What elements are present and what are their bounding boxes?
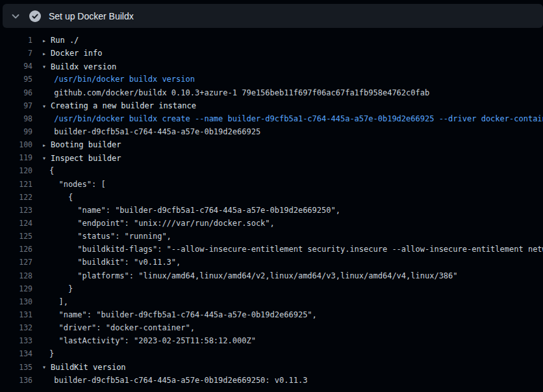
line-number[interactable]: 125 (0, 232, 32, 241)
log-line-content: builder-d9cfb5a1-c764-445a-a57e-0b19d2e6… (42, 127, 260, 136)
group-title: Inspect builder (51, 154, 121, 163)
output-text: } (42, 284, 73, 293)
log-line-content: github.com/docker/buildx 0.10.3+azure-1 … (42, 88, 429, 97)
line-number[interactable]: 96 (0, 88, 32, 97)
log-line-content: "platforms": "linux/amd64,linux/amd64/v2… (42, 271, 458, 280)
log-line-content: ▾Inspect builder (42, 153, 121, 163)
log-line: 127 "buildkit": "v0.11.3", (0, 256, 543, 269)
output-text: } (42, 349, 54, 358)
line-number[interactable]: 133 (0, 336, 32, 345)
log-line: 126 "buildkitd-flags": "--allow-insecure… (0, 243, 543, 256)
group-expanded-icon[interactable]: ▾ (42, 363, 51, 371)
group-title: Run ./ (51, 36, 79, 45)
output-text: "status": "running", (42, 232, 171, 241)
line-number[interactable]: 97 (0, 101, 32, 110)
group-expanded-icon[interactable]: ▾ (42, 63, 51, 70)
output-text: "lastActivity": "2023-02-25T11:58:12.000… (42, 336, 256, 345)
log-container: 1▸Run ./7▸Docker info94▾Buildx version95… (0, 28, 543, 387)
line-number[interactable]: 99 (0, 127, 32, 136)
output-text: github.com/docker/buildx 0.10.3+azure-1 … (42, 88, 429, 97)
log-line: 120{ (0, 164, 543, 177)
log-group-header[interactable]: ▸Booting builder (42, 140, 121, 149)
line-number[interactable]: 129 (0, 284, 32, 293)
log-line-content: ▾Creating a new builder instance (42, 101, 196, 111)
log-line: 7▸Docker info (0, 47, 543, 60)
log-line-content: { (42, 193, 73, 202)
output-text: "buildkit": "v0.11.3", (42, 258, 181, 267)
log-line: 98 /usr/bin/docker buildx create --name … (0, 112, 543, 125)
line-number[interactable]: 122 (0, 193, 32, 202)
output-text: { (42, 193, 73, 202)
log-line-content: ▸Docker info (42, 49, 102, 58)
log-line-content: "buildkit": "v0.11.3", (42, 258, 181, 267)
group-collapsed-icon[interactable]: ▸ (42, 50, 51, 57)
log-line-content: ▾Buildx version (42, 62, 116, 71)
line-number[interactable]: 119 (0, 153, 32, 162)
log-line-content: } (42, 349, 54, 358)
line-number[interactable]: 136 (0, 376, 32, 385)
output-text: "name": "builder-d9cfb5a1-c764-445a-a57e… (42, 310, 317, 319)
line-number[interactable]: 121 (0, 180, 32, 189)
log-line: 94▾Buildx version (0, 60, 543, 73)
line-number[interactable]: 94 (0, 62, 32, 71)
group-collapsed-icon[interactable]: ▸ (42, 141, 51, 149)
group-title: Booting builder (51, 140, 121, 149)
log-line-content: "endpoint": "unix:///var/run/docker.sock… (42, 219, 275, 228)
log-line: 135▾BuildKit version (0, 361, 543, 374)
group-collapsed-icon[interactable]: ▸ (42, 37, 51, 44)
log-group-header[interactable]: ▾Inspect builder (42, 154, 121, 163)
line-number[interactable]: 127 (0, 258, 32, 267)
log-line: 122 { (0, 191, 543, 204)
line-number[interactable]: 126 (0, 245, 32, 254)
log-line: 99 builder-d9cfb5a1-c764-445a-a57e-0b19d… (0, 125, 543, 138)
log-line: 95 /usr/bin/docker buildx version (0, 73, 543, 86)
output-text: builder-d9cfb5a1-c764-445a-a57e-0b19d2e6… (42, 127, 260, 136)
command-text: /usr/bin/docker buildx create --name bui… (42, 114, 543, 123)
log-group-header[interactable]: ▾BuildKit version (42, 363, 126, 372)
line-number[interactable]: 135 (0, 363, 32, 372)
log-group-header[interactable]: ▸Run ./ (42, 36, 79, 45)
line-number[interactable]: 95 (0, 75, 32, 84)
log-line-content: "nodes": [ (42, 180, 106, 189)
group-title: BuildKit version (51, 363, 126, 372)
log-line-content: /usr/bin/docker buildx create --name bui… (42, 114, 543, 123)
group-expanded-icon[interactable]: ▾ (42, 154, 51, 162)
log-line-content: } (42, 284, 73, 293)
log-group-header[interactable]: ▾Creating a new builder instance (42, 101, 196, 110)
log-line-content: ▸Run ./ (42, 36, 79, 45)
log-line-content: ▸Booting builder (42, 140, 121, 150)
check-circle-icon (29, 10, 41, 22)
log-line-content: ], (42, 297, 68, 306)
group-title: Docker info (51, 49, 102, 58)
line-number[interactable]: 100 (0, 140, 32, 149)
log-line: 132 "driver": "docker-container", (0, 321, 543, 334)
line-number[interactable]: 1 (0, 36, 32, 45)
line-number[interactable]: 130 (0, 297, 32, 306)
output-text: "name": "builder-d9cfb5a1-c764-445a-a57e… (42, 206, 340, 215)
log-line-content: "status": "running", (42, 232, 171, 241)
step-header[interactable]: Set up Docker Buildx (3, 4, 543, 28)
line-number[interactable]: 134 (0, 349, 32, 358)
line-number[interactable]: 132 (0, 323, 32, 332)
line-number[interactable]: 98 (0, 114, 32, 123)
log-line: 119▾Inspect builder (0, 151, 543, 164)
group-expanded-icon[interactable]: ▾ (42, 103, 51, 110)
log-group-header[interactable]: ▾Buildx version (42, 62, 116, 71)
line-number[interactable]: 123 (0, 206, 32, 215)
log-line-content: { (42, 166, 54, 175)
output-text: "driver": "docker-container", (42, 323, 195, 332)
output-text: { (42, 166, 54, 175)
step-title: Set up Docker Buildx (49, 11, 134, 21)
output-text: "platforms": "linux/amd64,linux/amd64/v2… (42, 271, 458, 280)
line-number[interactable]: 124 (0, 219, 32, 228)
chevron-down-icon[interactable] (10, 11, 21, 21)
log-line-content: /usr/bin/docker buildx version (42, 75, 195, 84)
line-number[interactable]: 128 (0, 271, 32, 280)
log-group-header[interactable]: ▸Docker info (42, 49, 102, 58)
line-number[interactable]: 120 (0, 166, 32, 175)
output-text: "buildkitd-flags": "--allow-insecure-ent… (42, 245, 543, 254)
log-line: 97▾Creating a new builder instance (0, 99, 543, 112)
log-line: 1▸Run ./ (0, 34, 543, 47)
line-number[interactable]: 131 (0, 310, 32, 319)
line-number[interactable]: 7 (0, 49, 32, 58)
